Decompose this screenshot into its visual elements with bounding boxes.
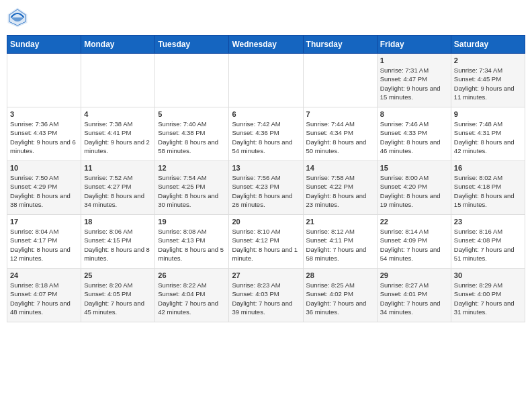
calendar-cell: 15Sunrise: 8:00 AM Sunset: 4:20 PM Dayli… — [377, 161, 451, 215]
calendar-cell — [155, 54, 229, 107]
day-info: Sunrise: 7:46 AM Sunset: 4:33 PM Dayligh… — [380, 120, 448, 155]
day-number: 1 — [380, 56, 448, 64]
calendar-table: SundayMondayTuesdayWednesdayThursdayFrid… — [7, 35, 525, 322]
day-number: 10 — [10, 164, 78, 172]
weekday-header: Friday — [377, 36, 451, 54]
calendar-cell: 28Sunrise: 8:25 AM Sunset: 4:02 PM Dayli… — [303, 269, 377, 322]
day-number: 3 — [10, 110, 78, 118]
calendar-cell: 6Sunrise: 7:42 AM Sunset: 4:36 PM Daylig… — [229, 107, 303, 161]
day-number: 16 — [454, 164, 522, 172]
day-info: Sunrise: 8:12 AM Sunset: 4:11 PM Dayligh… — [306, 227, 374, 263]
calendar-cell: 11Sunrise: 7:52 AM Sunset: 4:27 PM Dayli… — [81, 161, 155, 215]
calendar-header-row: SundayMondayTuesdayWednesdayThursdayFrid… — [7, 36, 525, 54]
calendar-week-row: 24Sunrise: 8:18 AM Sunset: 4:07 PM Dayli… — [7, 269, 525, 322]
day-info: Sunrise: 8:06 AM Sunset: 4:15 PM Dayligh… — [84, 227, 152, 263]
day-info: Sunrise: 8:20 AM Sunset: 4:05 PM Dayligh… — [84, 281, 152, 316]
day-info: Sunrise: 8:04 AM Sunset: 4:17 PM Dayligh… — [10, 227, 78, 263]
calendar-cell: 1Sunrise: 7:31 AM Sunset: 4:47 PM Daylig… — [377, 54, 451, 107]
day-info: Sunrise: 8:02 AM Sunset: 4:18 PM Dayligh… — [454, 173, 522, 209]
calendar-cell: 8Sunrise: 7:46 AM Sunset: 4:33 PM Daylig… — [377, 107, 451, 161]
day-info: Sunrise: 8:00 AM Sunset: 4:20 PM Dayligh… — [380, 173, 448, 209]
calendar-cell: 21Sunrise: 8:12 AM Sunset: 4:11 PM Dayli… — [303, 215, 377, 269]
day-number: 5 — [158, 110, 226, 118]
calendar-cell: 29Sunrise: 8:27 AM Sunset: 4:01 PM Dayli… — [377, 269, 451, 322]
calendar-week-row: 3Sunrise: 7:36 AM Sunset: 4:43 PM Daylig… — [7, 107, 525, 161]
day-info: Sunrise: 7:50 AM Sunset: 4:29 PM Dayligh… — [10, 173, 78, 209]
calendar-cell: 22Sunrise: 8:14 AM Sunset: 4:09 PM Dayli… — [377, 215, 451, 269]
day-info: Sunrise: 7:54 AM Sunset: 4:25 PM Dayligh… — [158, 173, 226, 209]
calendar-cell: 20Sunrise: 8:10 AM Sunset: 4:12 PM Dayli… — [229, 215, 303, 269]
day-info: Sunrise: 7:52 AM Sunset: 4:27 PM Dayligh… — [84, 173, 152, 209]
day-info: Sunrise: 7:34 AM Sunset: 4:45 PM Dayligh… — [454, 66, 522, 101]
weekday-header: Tuesday — [155, 36, 229, 54]
calendar-cell: 12Sunrise: 7:54 AM Sunset: 4:25 PM Dayli… — [155, 161, 229, 215]
day-number: 28 — [306, 271, 374, 279]
calendar-cell: 7Sunrise: 7:44 AM Sunset: 4:34 PM Daylig… — [303, 107, 377, 161]
day-number: 7 — [306, 110, 374, 118]
day-number: 4 — [84, 110, 152, 118]
logo — [7, 7, 31, 28]
page-header — [7, 7, 525, 28]
day-info: Sunrise: 8:14 AM Sunset: 4:09 PM Dayligh… — [380, 227, 448, 263]
calendar-cell — [229, 54, 303, 107]
calendar-cell: 5Sunrise: 7:40 AM Sunset: 4:38 PM Daylig… — [155, 107, 229, 161]
day-info: Sunrise: 8:08 AM Sunset: 4:13 PM Dayligh… — [158, 227, 226, 263]
day-number: 17 — [10, 218, 78, 226]
day-number: 19 — [158, 218, 226, 226]
day-number: 8 — [380, 110, 448, 118]
calendar-week-row: 17Sunrise: 8:04 AM Sunset: 4:17 PM Dayli… — [7, 215, 525, 269]
calendar-cell: 3Sunrise: 7:36 AM Sunset: 4:43 PM Daylig… — [7, 107, 81, 161]
day-info: Sunrise: 7:44 AM Sunset: 4:34 PM Dayligh… — [306, 120, 374, 155]
day-number: 20 — [232, 218, 300, 226]
day-number: 2 — [454, 56, 522, 64]
day-number: 23 — [454, 218, 522, 226]
day-info: Sunrise: 8:18 AM Sunset: 4:07 PM Dayligh… — [10, 281, 78, 316]
calendar-cell: 13Sunrise: 7:56 AM Sunset: 4:23 PM Dayli… — [229, 161, 303, 215]
calendar-cell — [7, 54, 81, 107]
day-number: 9 — [454, 110, 522, 118]
calendar-week-row: 1Sunrise: 7:31 AM Sunset: 4:47 PM Daylig… — [7, 54, 525, 107]
day-number: 14 — [306, 164, 374, 172]
weekday-header: Monday — [81, 36, 155, 54]
day-info: Sunrise: 8:23 AM Sunset: 4:03 PM Dayligh… — [232, 281, 300, 316]
day-info: Sunrise: 8:10 AM Sunset: 4:12 PM Dayligh… — [232, 227, 300, 263]
day-info: Sunrise: 7:40 AM Sunset: 4:38 PM Dayligh… — [158, 120, 226, 155]
day-info: Sunrise: 8:16 AM Sunset: 4:08 PM Dayligh… — [454, 227, 522, 263]
calendar-cell: 17Sunrise: 8:04 AM Sunset: 4:17 PM Dayli… — [7, 215, 81, 269]
day-info: Sunrise: 7:42 AM Sunset: 4:36 PM Dayligh… — [232, 120, 300, 155]
day-info: Sunrise: 7:38 AM Sunset: 4:41 PM Dayligh… — [84, 120, 152, 155]
weekday-header: Sunday — [7, 36, 81, 54]
day-info: Sunrise: 8:29 AM Sunset: 4:00 PM Dayligh… — [454, 281, 522, 316]
day-number: 25 — [84, 271, 152, 279]
day-number: 12 — [158, 164, 226, 172]
day-number: 22 — [380, 218, 448, 226]
day-number: 21 — [306, 218, 374, 226]
day-info: Sunrise: 8:25 AM Sunset: 4:02 PM Dayligh… — [306, 281, 374, 316]
calendar-cell — [303, 54, 377, 107]
calendar-week-row: 10Sunrise: 7:50 AM Sunset: 4:29 PM Dayli… — [7, 161, 525, 215]
calendar-cell: 19Sunrise: 8:08 AM Sunset: 4:13 PM Dayli… — [155, 215, 229, 269]
day-number: 26 — [158, 271, 226, 279]
day-info: Sunrise: 7:31 AM Sunset: 4:47 PM Dayligh… — [380, 66, 448, 101]
day-number: 24 — [10, 271, 78, 279]
weekday-header: Saturday — [451, 36, 525, 54]
day-number: 15 — [380, 164, 448, 172]
weekday-header: Thursday — [303, 36, 377, 54]
day-number: 13 — [232, 164, 300, 172]
calendar-cell: 24Sunrise: 8:18 AM Sunset: 4:07 PM Dayli… — [7, 269, 81, 322]
day-number: 11 — [84, 164, 152, 172]
calendar-cell: 23Sunrise: 8:16 AM Sunset: 4:08 PM Dayli… — [451, 215, 525, 269]
day-number: 6 — [232, 110, 300, 118]
day-info: Sunrise: 8:22 AM Sunset: 4:04 PM Dayligh… — [158, 281, 226, 316]
day-info: Sunrise: 7:48 AM Sunset: 4:31 PM Dayligh… — [454, 120, 522, 155]
calendar-cell: 2Sunrise: 7:34 AM Sunset: 4:45 PM Daylig… — [451, 54, 525, 107]
day-info: Sunrise: 8:27 AM Sunset: 4:01 PM Dayligh… — [380, 281, 448, 316]
day-info: Sunrise: 7:56 AM Sunset: 4:23 PM Dayligh… — [232, 173, 300, 209]
calendar-cell: 27Sunrise: 8:23 AM Sunset: 4:03 PM Dayli… — [229, 269, 303, 322]
day-info: Sunrise: 7:58 AM Sunset: 4:22 PM Dayligh… — [306, 173, 374, 209]
calendar-cell: 26Sunrise: 8:22 AM Sunset: 4:04 PM Dayli… — [155, 269, 229, 322]
calendar-cell — [81, 54, 155, 107]
calendar-cell: 10Sunrise: 7:50 AM Sunset: 4:29 PM Dayli… — [7, 161, 81, 215]
calendar-cell: 30Sunrise: 8:29 AM Sunset: 4:00 PM Dayli… — [451, 269, 525, 322]
weekday-header: Wednesday — [229, 36, 303, 54]
